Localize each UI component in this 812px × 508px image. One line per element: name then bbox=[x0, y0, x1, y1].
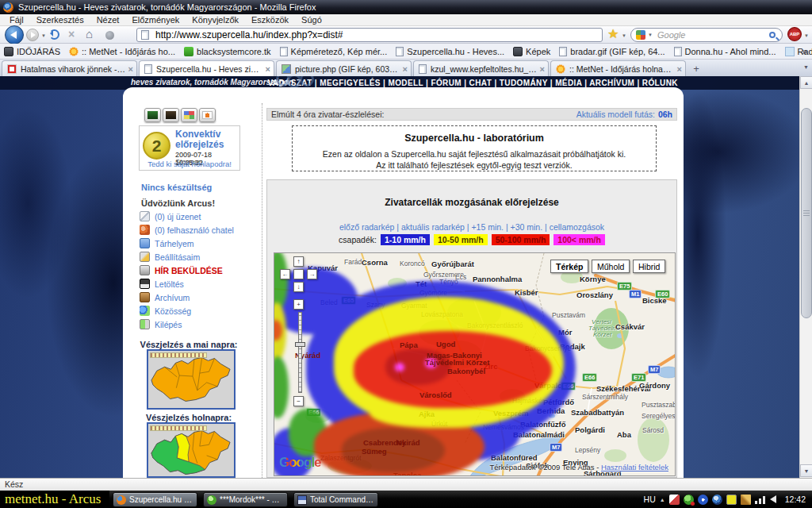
tab-close-icon[interactable]: × bbox=[403, 64, 408, 74]
sidebar-menu-item[interactable]: Kilépés bbox=[140, 318, 255, 331]
url-bar[interactable]: http://www.szupercella.hu/index.php?x=di… bbox=[136, 28, 603, 42]
tray-c-icon[interactable] bbox=[698, 495, 708, 505]
terms-link[interactable]: Használati feltételek bbox=[601, 463, 668, 471]
reload-icon[interactable] bbox=[49, 29, 59, 40]
browser-tab[interactable]: Hatalmas viharok jönnek - FN.hu × bbox=[2, 60, 137, 76]
sidebar-theme-button-3[interactable] bbox=[181, 108, 197, 122]
menu-item[interactable]: Fájl bbox=[3, 15, 30, 25]
list-all-tabs-icon[interactable]: ▼ bbox=[803, 64, 809, 70]
sidebar-menu-item[interactable]: Beállításaim bbox=[140, 250, 255, 264]
history-dropdown-icon[interactable]: ▼ bbox=[41, 33, 46, 38]
toolbar-extra-icon[interactable] bbox=[105, 31, 114, 40]
alert-status-link[interactable]: Nincs készültség bbox=[141, 183, 212, 192]
bookmark-item[interactable]: blacksystemcore.tk bbox=[184, 47, 271, 56]
menu-item[interactable]: Eszközök bbox=[245, 15, 295, 25]
zoom-in-button[interactable]: + bbox=[293, 299, 304, 310]
bookmark-item[interactable]: Szupercella.hu - Heves... bbox=[396, 47, 504, 56]
navigation-toolbar: ▼ × ⌂ http://www.szupercella.hu/index.ph… bbox=[0, 26, 812, 44]
pan-right-button[interactable]: → bbox=[307, 269, 317, 279]
menu-item[interactable]: Könyvjelzők bbox=[186, 15, 245, 25]
tray-brush-icon[interactable] bbox=[741, 495, 751, 505]
search-icon[interactable] bbox=[769, 32, 776, 38]
sidebar-menu-item[interactable]: Archívum bbox=[140, 291, 255, 304]
new-tab-button[interactable]: + bbox=[688, 62, 705, 76]
model-run-value[interactable]: 06h bbox=[658, 110, 672, 119]
map-type-button[interactable]: Műhold bbox=[592, 260, 630, 273]
scroll-down-icon[interactable]: ▼ bbox=[800, 464, 812, 477]
map-type-button[interactable]: Térkép bbox=[550, 260, 588, 273]
sidebar-theme-button-1[interactable] bbox=[144, 108, 161, 122]
menu-item[interactable]: Súgó bbox=[295, 15, 328, 25]
tab-close-icon[interactable]: × bbox=[540, 64, 545, 74]
tray-updater-icon[interactable] bbox=[726, 495, 737, 505]
bookmark-item[interactable]: bradar.gif (GIF kép, 64... bbox=[559, 47, 665, 56]
warning-map-today[interactable] bbox=[147, 349, 236, 410]
tab-close-icon[interactable]: × bbox=[128, 64, 133, 74]
bookmark-item[interactable]: Képek bbox=[513, 47, 550, 56]
tab-close-icon[interactable]: × bbox=[266, 64, 270, 74]
browser-tab[interactable]: Szupercella.hu - Heves zivatarok, ... × bbox=[139, 60, 274, 76]
back-button[interactable] bbox=[5, 25, 24, 44]
menu-item[interactable]: Szerkesztés bbox=[30, 15, 90, 25]
sidebar-menu-item[interactable]: Közösség bbox=[140, 304, 255, 318]
menu-item[interactable]: Előzmények bbox=[125, 15, 186, 25]
tray-shield-icon[interactable] bbox=[712, 495, 722, 505]
zoom-slider-thumb[interactable] bbox=[295, 342, 305, 347]
pan-left-button[interactable]: ← bbox=[280, 269, 290, 279]
volume-icon[interactable] bbox=[770, 495, 776, 503]
bookmark-dropdown-icon[interactable]: ▼ bbox=[622, 33, 626, 38]
sidebar-menu-item[interactable]: HÍR BEKÜLDÉSE bbox=[140, 264, 255, 277]
scrollbar-thumb[interactable] bbox=[801, 108, 812, 318]
forecast-title-link[interactable]: Konvektív előrejelzés bbox=[175, 129, 239, 150]
bookmarks-overflow-icon[interactable]: » bbox=[802, 46, 807, 57]
browser-tab[interactable]: :: MetNet - Időjárás holnap estig :: × bbox=[550, 60, 686, 76]
sidebar-menu-item[interactable]: Tárhelyem bbox=[140, 237, 255, 250]
model-run-label[interactable]: Aktuális modell futás: bbox=[576, 110, 655, 119]
search-engine-dropdown-icon[interactable]: ▼ bbox=[648, 33, 653, 37]
taskbar-window-button[interactable]: ***Mordok*** - Ciklo... bbox=[203, 492, 288, 507]
scroll-up-icon[interactable]: ▲ bbox=[800, 76, 812, 89]
warning-map-tomorrow[interactable] bbox=[147, 422, 236, 478]
sidebar-menu-item[interactable]: (0) új üzenet bbox=[140, 210, 255, 223]
pan-center-button[interactable] bbox=[293, 269, 304, 279]
home-icon[interactable]: ⌂ bbox=[86, 27, 93, 40]
map-type-button[interactable]: Hibrid bbox=[633, 260, 665, 273]
adblock-dropdown-icon[interactable]: ▼ bbox=[804, 33, 809, 38]
tray-expand-icon[interactable]: ▲ bbox=[660, 497, 665, 502]
forecast-cta-link[interactable]: Tedd ki saját honlapodra! bbox=[140, 160, 239, 168]
radar-links[interactable]: előző radarkép | aktuális radarkép | +15… bbox=[266, 222, 677, 232]
network-signal-icon[interactable] bbox=[755, 495, 766, 504]
bookmark-item[interactable]: Radarové informácie bbox=[785, 47, 812, 56]
pan-up-button[interactable]: ↑ bbox=[293, 256, 304, 267]
recent-storms-label[interactable]: Elmúlt 4 óra zivatar-észlelései: bbox=[271, 110, 384, 119]
radar-map[interactable]: FarádCsornaKapuvárKoroncóGyőrújbarátGyőr… bbox=[274, 252, 676, 476]
forward-button[interactable] bbox=[26, 29, 39, 41]
sidebar-menu-item[interactable]: (0) felhasználó chatel bbox=[140, 223, 255, 237]
taskbar-window-button[interactable]: Szupercella.hu - Hev... bbox=[113, 492, 197, 507]
stop-icon[interactable]: × bbox=[68, 28, 75, 40]
messenger-status-icon[interactable] bbox=[684, 495, 694, 505]
tab-close-icon[interactable]: × bbox=[677, 64, 682, 74]
bookmark-item[interactable]: Képméretező, Kép mér... bbox=[280, 47, 388, 56]
browser-tab[interactable]: picture.php (GIF kép, 603x512 képp... × bbox=[276, 60, 412, 76]
zoom-out-button[interactable]: − bbox=[293, 396, 304, 406]
browser-tab[interactable]: kzul_www.kepfeltoltes.hu_.jpg (JPE... × bbox=[413, 60, 549, 76]
tray-app-icon[interactable] bbox=[669, 495, 680, 505]
taskbar-window-button[interactable]: Total Commander 7.... bbox=[293, 492, 378, 507]
language-indicator[interactable]: HU bbox=[644, 495, 656, 504]
bookmark-item[interactable]: Donna.hu - Ahol mind... bbox=[674, 47, 776, 56]
url-text[interactable]: http://www.szupercella.hu/index.php?x=di… bbox=[155, 29, 343, 40]
pan-down-button[interactable]: ↓ bbox=[293, 282, 304, 292]
menu-item[interactable]: Nézet bbox=[90, 15, 126, 25]
sidebar-theme-button-2[interactable] bbox=[163, 108, 179, 122]
bookmark-item[interactable]: IDŐJÁRÁS bbox=[4, 47, 60, 56]
sidebar-menu-item[interactable]: Letöltés bbox=[140, 277, 255, 291]
adblock-icon[interactable]: ABP bbox=[787, 27, 802, 41]
zoom-slider-track[interactable] bbox=[298, 312, 302, 393]
bookmark-item[interactable]: :: MetNet - Időjárás ho... bbox=[69, 47, 175, 56]
search-input[interactable]: ▼ Google bbox=[630, 28, 783, 42]
clock[interactable]: 12:42 bbox=[785, 495, 806, 504]
sidebar-theme-button-4[interactable] bbox=[199, 108, 216, 122]
page-scrollbar[interactable]: ▲ ▼ bbox=[799, 76, 812, 478]
bookmark-star-icon[interactable]: ★ bbox=[607, 26, 619, 41]
